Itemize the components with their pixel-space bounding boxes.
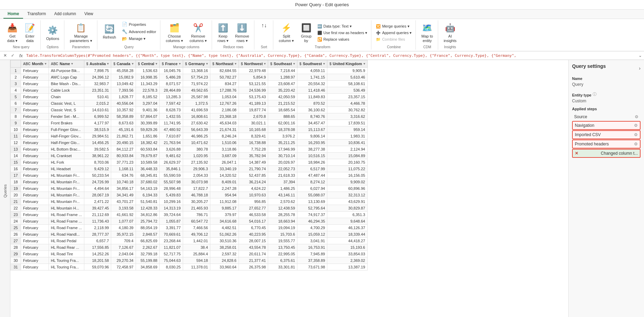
cell-4: 13,049.42: [111, 81, 136, 87]
table-row[interactable]: 7FebruaryClassic Vest, S14,610.6110,357.…: [11, 107, 368, 113]
table-row[interactable]: 24FebruaryHL Road Frame ...11,736.431,07…: [11, 218, 368, 225]
formula-check-icon[interactable]: ✓: [10, 52, 16, 59]
formula-input[interactable]: [26, 53, 636, 58]
col-header-southeast[interactable]: $ Southeast ▾: [268, 60, 297, 68]
col-header-canada[interactable]: $ Canada ▾: [111, 60, 136, 68]
southwest-dropdown[interactable]: ▾: [323, 62, 325, 65]
northeast-dropdown[interactable]: ▾: [235, 62, 236, 65]
choose-columns-button[interactable]: 🗂️ Choosecolumns ▾: [163, 21, 186, 44]
tab-home[interactable]: Home: [3, 10, 23, 19]
advanced-editor-button[interactable]: 🔧 Advanced editor: [120, 28, 158, 35]
step-navigation[interactable]: Navigation ⚙: [572, 121, 641, 130]
col-header-name[interactable]: ABC Name ▾: [49, 60, 84, 68]
formula-close-icon[interactable]: ✕: [2, 52, 8, 59]
southeast-dropdown[interactable]: ▾: [293, 62, 295, 65]
table-row[interactable]: 19FebruaryHL Mountain Fr...4,494.6434,85…: [11, 185, 368, 192]
table-row[interactable]: 29FebruaryHL Road Tire14,252.262,043.043…: [11, 251, 368, 257]
options-button[interactable]: ⚙️ Options: [43, 23, 62, 42]
table-row[interactable]: 14FebruaryHL Crankset38,961.2280,933.847…: [11, 153, 368, 159]
table-row[interactable]: 23FebruaryHL Road Frame ...21,112.6941,6…: [11, 212, 368, 218]
table-row[interactable]: 8FebruaryFender Set - M...6,999.5258,358…: [11, 113, 368, 120]
table-row[interactable]: 31FebruaryHL Touring Fra...59,070.9672,4…: [11, 264, 368, 270]
table-row[interactable]: 21FebruaryHL Mountain Fr...2,471.2243,70…: [11, 198, 368, 205]
step-changed-column[interactable]: ✕ Changed column t...: [572, 149, 641, 158]
col-header-northeast[interactable]: $ Northeast ▾: [210, 60, 239, 68]
group-by-button[interactable]: 🔲 Groupby: [298, 21, 315, 44]
map-entity-button[interactable]: 🗺️ Map toentity: [419, 21, 436, 44]
central-dropdown[interactable]: ▾: [156, 62, 157, 65]
table-row[interactable]: 28FebruaryHL Road Rear ...17,556.857,126…: [11, 244, 368, 251]
use-first-row-button[interactable]: ⬛ Use first row as headers ▾: [316, 30, 369, 36]
canada-dropdown[interactable]: ▾: [132, 62, 134, 65]
step-promoted-headers-gear[interactable]: ⚙: [634, 142, 638, 146]
refresh-button[interactable]: 🔄 Refresh: [100, 22, 119, 41]
table-row[interactable]: 3FebruaryBike Wash - Dis...32,983.713,04…: [11, 81, 368, 87]
manage-query-button[interactable]: 📂 Manage ▾: [120, 35, 158, 42]
step-source-gear[interactable]: ⚙: [635, 114, 638, 119]
step-delete-icon[interactable]: ✕: [575, 151, 578, 156]
table-row[interactable]: 11FebruaryHalf-Finger Glov...29,984.5121…: [11, 133, 368, 140]
step-imported-csv[interactable]: Imported CSV ⚙: [572, 130, 641, 139]
table-row[interactable]: 27FebruaryHL Road Pedal6,657.7709.466,82…: [11, 238, 368, 244]
table-row[interactable]: 20FebruaryHL Mountain Fr...28,067.1934,3…: [11, 192, 368, 198]
australia-dropdown[interactable]: ▾: [107, 62, 109, 65]
data-type-button[interactable]: 🔤 Data type: Text ▾: [316, 23, 369, 29]
enter-data-button[interactable]: 📝 Enterdata: [22, 21, 38, 44]
split-column-button[interactable]: ⚡ Splitcolumn ▾: [276, 21, 297, 44]
table-row[interactable]: 10FebruaryFull-Finger Glov...38,515.945,…: [11, 126, 368, 133]
tab-add-column[interactable]: Add column: [50, 10, 80, 19]
germany-dropdown[interactable]: ▾: [206, 62, 208, 65]
col-header-month[interactable]: ABC Month ▾: [21, 60, 49, 68]
keep-rows-button[interactable]: ⬆️ Keeprows ▾: [215, 21, 231, 44]
get-data-button[interactable]: 📥 Getdata ▾: [4, 21, 21, 44]
table-row[interactable]: 2FebruaryAWC Logo Cap24,396.1215,082.916…: [11, 74, 368, 81]
table-row[interactable]: 12FebruaryHalf-Finger Glo...14,456.2520,…: [11, 140, 368, 146]
step-imported-csv-gear[interactable]: ⚙: [634, 132, 638, 137]
data-area[interactable]: ABC Month ▾ ABC Name ▾: [10, 60, 568, 317]
properties-button[interactable]: 📄 Properties: [120, 21, 158, 28]
table-row[interactable]: 15FebruaryHL Fork8,703.0637,771.2310,589…: [11, 159, 368, 166]
combine-files-button[interactable]: 📁 Combine files: [374, 37, 413, 42]
table-row[interactable]: 16FebruaryHL Headset9,429.121,168.1136,4…: [11, 166, 368, 172]
tab-view[interactable]: View: [80, 10, 97, 19]
merge-queries-button[interactable]: 🔀 Merge queries ▾: [374, 23, 413, 29]
col-header-australia[interactable]: $ Australia ▾: [84, 60, 111, 68]
northwest-dropdown[interactable]: ▾: [264, 62, 266, 65]
table-row[interactable]: 22FebruaryHL Mountain H...39,427.453,193…: [11, 205, 368, 212]
table-row[interactable]: 13FebruaryHL Bottom Brac...39,582.584,11…: [11, 146, 368, 153]
step-promoted-headers[interactable]: Promoted headers ⚙: [572, 140, 641, 149]
france-dropdown[interactable]: ▾: [179, 62, 181, 65]
col-header-southwest[interactable]: $ Southwest ▾: [297, 60, 327, 68]
col-header-germany[interactable]: $ Germany ▾: [183, 60, 210, 68]
table-row[interactable]: 18FebruaryHL Mountain Fr...24,726.9910,7…: [11, 179, 368, 185]
table-row[interactable]: 1FebruaryAll-Purpose Bik...7,898.7545,05…: [11, 68, 368, 74]
replace-values-button[interactable]: 🔁 Replace values: [316, 37, 369, 42]
manage-params-button[interactable]: 📋 Manageparameters ▾: [67, 21, 95, 44]
table-row[interactable]: 6FebruaryClassic Vest, L2,015.240,556.04…: [11, 100, 368, 107]
formula-bar-icons: ✕ ✓: [2, 52, 16, 59]
uk-dropdown[interactable]: ▾: [363, 62, 365, 65]
table-row[interactable]: 17FebruaryHL Mountain Fr...50,233.54634.…: [11, 172, 368, 179]
remove-rows-button[interactable]: ⬇️ Removerows ▾: [232, 21, 252, 44]
ai-insights-button[interactable]: 🤖 AIinsights: [441, 21, 459, 44]
append-queries-button[interactable]: ➕ Append queries ▾: [374, 30, 413, 36]
formula-expand-button[interactable]: ⌄: [638, 53, 642, 58]
table-row[interactable]: 30FebruaryHL Touring Fra...18,201.5829,2…: [11, 257, 368, 264]
remove-columns-button[interactable]: ✂️ Removecolumns ▾: [187, 21, 210, 44]
table-row[interactable]: 9FebruaryFront Brakes4,177.978,673.6330,…: [11, 120, 368, 126]
col-header-northwest[interactable]: $ Northwest ▾: [239, 60, 268, 68]
col-header-france[interactable]: $ France ▾: [160, 60, 183, 68]
table-row[interactable]: 4FebruaryCable Lock23,351.317,393.5622,5…: [11, 87, 368, 94]
table-row[interactable]: 5FebruaryChain510.411,828.778,185.5213,2…: [11, 94, 368, 100]
name-dropdown[interactable]: ▾: [71, 62, 73, 65]
table-row[interactable]: 25FebruaryHL Road Frame ...2,118.994,180…: [11, 225, 368, 231]
step-source[interactable]: Source ⚙: [572, 113, 641, 121]
month-dropdown[interactable]: ▾: [45, 62, 46, 65]
tab-transform[interactable]: Transform: [23, 10, 50, 19]
table-row[interactable]: 26FebruaryHL Road Handl...28,777.3735,97…: [11, 231, 368, 238]
panel-expand-arrow[interactable]: ›: [639, 65, 641, 71]
step-navigation-gear[interactable]: ⚙: [634, 123, 638, 128]
sort-asc-button[interactable]: ↑↓: [257, 21, 271, 30]
col-header-uk[interactable]: $ United Kingdom ▾: [327, 60, 368, 68]
col-header-central[interactable]: $ Central ▾: [136, 60, 159, 68]
